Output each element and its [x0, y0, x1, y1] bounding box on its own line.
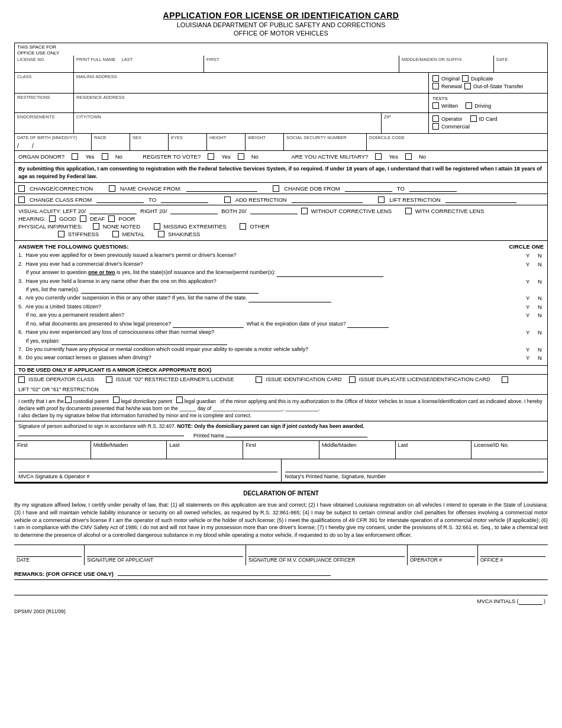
name-change-field[interactable]: [186, 185, 257, 192]
lift-restriction-minor-checkbox[interactable]: [502, 376, 508, 383]
issue-id-checkbox[interactable]: [256, 376, 262, 383]
footer-sig-officer: SIGNATURE OF M.V. COMPLIANCE OFFICER: [246, 545, 408, 565]
other-checkbox[interactable]: [240, 223, 246, 230]
class-to-field[interactable]: [161, 196, 208, 203]
question-7: 7. Do you currently have any physical or…: [18, 346, 544, 353]
main-title: APPLICATION FOR LICENSE OR IDENTIFICATIO…: [14, 11, 548, 20]
form-border: THIS SPACE FOR OFFICE USE ONLY LICENSE N…: [14, 43, 548, 484]
printed-name-line[interactable]: [225, 437, 367, 437]
mvca-notary: Notary's Printed Name, Signature, Number: [282, 459, 548, 482]
military-no-checkbox[interactable]: [405, 153, 412, 160]
legal-dom-checkbox[interactable]: [113, 397, 119, 403]
physical-row1: PHYSICAL INFIRMITIES: NONE NOTED MISSING…: [18, 223, 544, 230]
stiffness-checkbox[interactable]: [58, 231, 64, 237]
question-5-sub1: If no, are you a permanent resident alie…: [18, 311, 544, 319]
license-id-cell: License/ID No.: [471, 441, 547, 459]
cell-middle: MIDDLE/MAIDEN OR SUFFIX: [399, 56, 494, 72]
register-yes-checkbox[interactable]: [208, 153, 214, 160]
out-of-state-checkbox[interactable]: [464, 83, 471, 89]
question-2-sub: If your answer to question one or two is…: [18, 269, 544, 277]
cell-mailing: MAILING ADDRESS: [74, 73, 429, 93]
duplicate-checkbox[interactable]: [462, 75, 469, 82]
signature-line[interactable]: [18, 436, 184, 436]
legal-guardian-checkbox[interactable]: [176, 397, 183, 403]
initials-row: MVCA INITIALS ( ): [14, 598, 548, 605]
office-use-label: THIS SPACE FOR OFFICE USE ONLY: [15, 43, 547, 56]
minor-header: TO BE USED ONLY IF APPLICANT IS A MINOR …: [15, 366, 547, 375]
organ-yes-checkbox[interactable]: [72, 153, 78, 160]
add-restriction-checkbox[interactable]: [224, 197, 231, 203]
add-restriction-field[interactable]: [292, 196, 363, 203]
operator-row: Operator ID Card: [432, 115, 544, 122]
issue-restricted-checkbox[interactable]: [106, 376, 112, 383]
driving-checkbox[interactable]: [466, 102, 472, 109]
shakiness-checkbox[interactable]: [158, 231, 164, 237]
cell-class: CLASS: [15, 73, 74, 93]
name-change-checkbox[interactable]: [109, 185, 115, 192]
missing-checkbox[interactable]: [154, 223, 160, 230]
military-yes-checkbox[interactable]: [375, 153, 382, 160]
mental-checkbox[interactable]: [112, 231, 119, 237]
change-dob-checkbox[interactable]: [273, 185, 279, 192]
with-lens-checkbox[interactable]: [405, 208, 412, 214]
questions-header: ANSWER THE FOLLOWING QUESTIONS: CIRCLE O…: [18, 243, 544, 250]
question-3-sub: If yes, list the name(s).: [18, 286, 544, 294]
class-from-field[interactable]: [96, 196, 144, 203]
question-8: 8. Do you wear contact lenses or glasses…: [18, 354, 544, 362]
cell-operator-type: Operator ID Card Commercial: [429, 113, 547, 133]
physical-row2: STIFFNESS MENTAL SHAKINESS: [18, 231, 544, 237]
renewal-checkbox[interactable]: [432, 83, 439, 89]
change-correction-checkbox[interactable]: [18, 185, 25, 192]
remarks-line[interactable]: [118, 575, 331, 576]
hearing-row: HEARING: GOOD DEAF POOR: [18, 215, 544, 222]
question-1: 1. Have you ever applied for or been pre…: [18, 252, 544, 259]
custodial-checkbox[interactable]: [65, 397, 72, 403]
renewal-row: Renewal Out-of-State Transfer: [432, 83, 544, 89]
change-class-checkbox[interactable]: [18, 197, 25, 203]
left-20-field[interactable]: [89, 207, 137, 214]
visual-row: VISUAL ACUITY: LEFT 20/ RIGHT 20/ BOTH 2…: [18, 207, 544, 214]
name-fields-row1: First Middle/Maiden Last First Middle/Ma…: [15, 441, 547, 459]
both-20-field[interactable]: [250, 207, 298, 214]
good-checkbox[interactable]: [49, 215, 56, 222]
dob-from-field[interactable]: [345, 185, 392, 192]
right-20-field[interactable]: [170, 207, 218, 214]
idcard-checkbox[interactable]: [470, 115, 477, 122]
original-checkbox[interactable]: [432, 75, 439, 82]
cell-endorsements: ENDORSEMENTS: [15, 113, 74, 133]
form-number: DPSMV 2003 (R11/09): [14, 608, 548, 616]
consent-text: By submitting this application, I am con…: [15, 163, 547, 183]
first-name-cell2: First: [243, 441, 319, 459]
first-name-cell: First: [15, 441, 91, 459]
none-noted-checkbox[interactable]: [93, 223, 99, 230]
cell-tests: TESTS Written Driving: [429, 94, 547, 112]
issue-duplicate-checkbox[interactable]: [349, 376, 356, 383]
without-lens-checkbox[interactable]: [301, 208, 308, 214]
lift-restriction-checkbox[interactable]: [378, 197, 385, 203]
remarks-extra-line: [14, 584, 548, 595]
footer-operator: OPERATOR #: [408, 545, 478, 565]
declaration-title: DECLARATION OF INTENT: [14, 489, 548, 498]
mvca-sig: MVCA Signature & Operator #: [15, 459, 282, 482]
written-checkbox[interactable]: [432, 102, 439, 109]
deaf-checkbox[interactable]: [80, 215, 86, 222]
row-endorsements: ENDORSEMENTS CITY/TOWN ZIP Operator ID C…: [15, 113, 547, 134]
register-no-checkbox[interactable]: [238, 153, 244, 160]
initials-field[interactable]: [519, 598, 542, 605]
dob-to-field[interactable]: [409, 185, 457, 192]
question-5: 5. Are you a United States citizen? YN: [18, 303, 544, 311]
title-block: APPLICATION FOR LICENSE OR IDENTIFICATIO…: [14, 11, 548, 37]
cell-first: FIRST: [204, 56, 399, 72]
operator-checkbox[interactable]: [432, 115, 439, 122]
organ-no-checkbox[interactable]: [102, 153, 108, 160]
cell-dob: DATE OF BIRTH (MM/DD/YY) / /: [15, 134, 92, 150]
cell-sex: SEX: [130, 134, 169, 150]
commercial-checkbox[interactable]: [432, 123, 439, 130]
lift-restriction-field[interactable]: [445, 196, 516, 203]
row-dob: DATE OF BIRTH (MM/DD/YY) / / RACE SEX EY…: [15, 134, 547, 151]
cell-weight: WEIGHT: [246, 134, 284, 150]
question-2: 2. Have you ever had a commercial driver…: [18, 260, 544, 268]
issue-operator-checkbox[interactable]: [18, 376, 25, 383]
poor-checkbox[interactable]: [108, 215, 115, 222]
middle-name-cell: Middle/Maiden: [91, 441, 167, 459]
